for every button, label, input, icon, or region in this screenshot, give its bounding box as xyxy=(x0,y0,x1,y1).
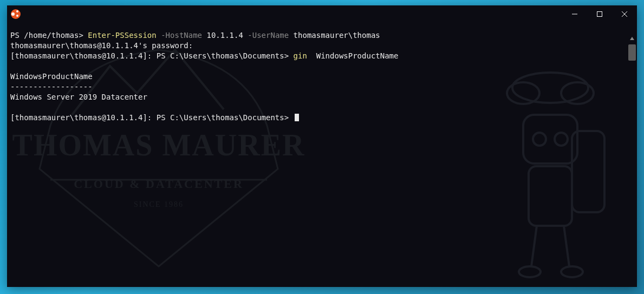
minimize-button[interactable] xyxy=(562,5,587,23)
app-icon xyxy=(7,5,24,23)
terminal-body[interactable]: THOMAS MAURER CLOUD & DATACENTER SINCE 1… xyxy=(7,23,637,287)
cmdlet-name: gin xyxy=(294,51,307,60)
command-arg: WindowsProductName xyxy=(307,51,399,60)
maximize-icon xyxy=(597,11,602,17)
remote-prompt: [thomasmaurer\thomas@10.1.1.4]: PS C:\Us… xyxy=(10,113,294,122)
minimize-icon xyxy=(572,11,577,17)
terminal-output: PS /home/thomas> Enter-PSSession -HostNa… xyxy=(7,23,637,126)
svg-rect-0 xyxy=(597,12,602,17)
svg-point-9 xyxy=(519,266,541,277)
svg-point-10 xyxy=(561,266,583,277)
svg-point-5 xyxy=(533,133,546,146)
maximize-button[interactable] xyxy=(587,5,612,23)
watermark-since: SINCE 1986 xyxy=(134,200,184,208)
cursor xyxy=(295,114,299,121)
parameter-value: thomasmaurer\thomas xyxy=(289,31,380,40)
svg-point-6 xyxy=(555,133,568,146)
remote-prompt: [thomasmaurer\thomas@10.1.1.4]: PS C:\Us… xyxy=(10,51,294,60)
parameter-name: -UserName xyxy=(248,31,289,40)
svg-rect-7 xyxy=(529,166,572,226)
prompt-text: PS /home/thomas> xyxy=(10,31,88,40)
output-header: WindowsProductName xyxy=(10,72,93,81)
parameter-name: -HostName xyxy=(161,31,202,40)
password-prompt: thomasmaurer\thomas@10.1.1.4's password: xyxy=(10,41,193,50)
cmdlet-name: Enter-PSSession xyxy=(88,31,156,40)
parameter-value: 10.1.1.4 xyxy=(202,31,248,40)
output-separator: ------------------ xyxy=(10,82,93,91)
close-icon xyxy=(622,11,627,17)
ubuntu-icon xyxy=(11,9,21,19)
watermark-name: THOMAS MAURER xyxy=(12,128,305,162)
terminal-window: THOMAS MAURER CLOUD & DATACENTER SINCE 1… xyxy=(7,5,637,287)
scrollbar[interactable] xyxy=(628,44,636,283)
titlebar[interactable] xyxy=(7,5,637,23)
watermark-tag: CLOUD & DATACENTER xyxy=(74,177,244,191)
scrollbar-thumb[interactable] xyxy=(628,44,636,61)
output-value: Windows Server 2019 Datacenter xyxy=(10,93,147,101)
close-button[interactable] xyxy=(612,5,637,23)
window-controls xyxy=(562,5,637,23)
svg-rect-8 xyxy=(572,131,604,212)
scroll-up-icon[interactable] xyxy=(630,37,634,40)
